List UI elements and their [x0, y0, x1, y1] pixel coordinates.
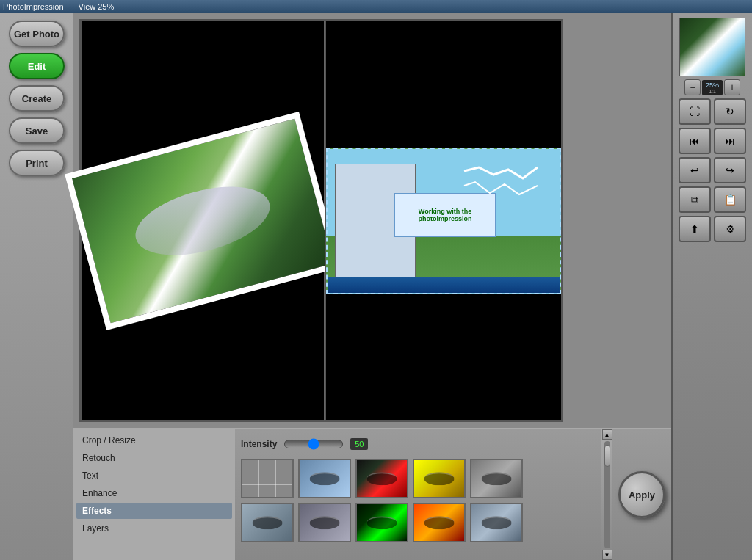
tool-effects[interactable]: Effects	[76, 503, 232, 519]
intensity-label: Intensity	[241, 439, 277, 449]
forest-image	[65, 112, 341, 330]
screenshot-image: Working with the photolmpression	[326, 148, 561, 294]
effect-thumb-10[interactable]	[470, 503, 523, 542]
right-canvas-panel: Working with the photolmpression	[325, 21, 562, 421]
original-image	[82, 140, 324, 302]
print-button[interactable]: Print	[9, 150, 65, 176]
squiggle-svg	[457, 164, 545, 208]
bottom-panel: Crop / Resize Retouch Text Enhance Effec…	[73, 428, 671, 560]
tool-icon-row-5: ⬆ ⚙	[679, 216, 746, 242]
undo-button[interactable]: ↩	[679, 157, 711, 183]
tool-layers[interactable]: Layers	[76, 520, 232, 537]
tool-text[interactable]: Text	[76, 468, 232, 484]
right-panel: − 25% 1:1 + ⛶ ↻ ⏮ ⏭ ↩ ↪ ⧉ 📋 ⬆	[671, 13, 752, 560]
effects-row-2	[241, 503, 595, 542]
zoom-row: − 25% 1:1 +	[684, 79, 740, 95]
save-button[interactable]: Save	[9, 117, 65, 144]
effect-thumb-8[interactable]	[355, 503, 408, 542]
effect-thumb-2[interactable]	[298, 459, 351, 498]
left-sidebar: Get Photo Edit Create Save Print	[0, 13, 73, 560]
effects-panel: Intensity 50	[235, 429, 601, 560]
canvas-outer: Working with the photolmpression	[79, 19, 563, 422]
intensity-value: 50	[350, 438, 368, 450]
app-title: PhotoImpression	[3, 2, 64, 11]
copy-button[interactable]: ⧉	[679, 186, 711, 213]
effects-scrollbar: ▲ ▼	[601, 429, 612, 560]
settings-button[interactable]: ⚙	[714, 216, 746, 242]
zoom-in-button[interactable]: +	[724, 79, 740, 95]
tool-icon-row-1: ⛶ ↻	[679, 98, 746, 125]
redo-button[interactable]: ↪	[714, 157, 746, 183]
title-bar: PhotoImpression View 25%	[0, 0, 752, 13]
effect-thumb-6[interactable]	[241, 503, 294, 542]
effect-thumb-5[interactable]	[470, 459, 523, 498]
effects-row-1	[241, 459, 595, 498]
edit-button[interactable]: Edit	[9, 53, 65, 79]
skip-back-button[interactable]: ⏮	[679, 128, 711, 154]
fit-to-window-button[interactable]: ⛶	[679, 98, 711, 125]
export-button[interactable]: ⬆	[679, 216, 711, 242]
view-label: View 25%	[79, 2, 115, 11]
left-canvas-panel	[81, 21, 325, 421]
refresh-button[interactable]: ↻	[714, 98, 746, 125]
effect-thumb-3[interactable]	[355, 459, 408, 498]
canvas-area: Working with the photolmpression	[73, 13, 671, 428]
browse-button[interactable]: ⏭	[714, 128, 746, 154]
effects-grid	[241, 459, 595, 542]
preview-thumbnail	[679, 18, 745, 76]
tool-crop-resize[interactable]: Crop / Resize	[76, 432, 232, 448]
app-container: Get Photo Edit Create Save Print Working	[0, 13, 752, 560]
tool-enhance[interactable]: Enhance	[76, 485, 232, 501]
intensity-slider[interactable]	[284, 440, 343, 448]
thumb-inner	[680, 18, 745, 76]
effect-thumb-4[interactable]	[413, 459, 466, 498]
tool-icon-row-2: ⏮ ⏭	[679, 128, 746, 154]
effect-thumb-9[interactable]	[413, 503, 466, 542]
zoom-out-button[interactable]: −	[684, 79, 701, 95]
scroll-track	[604, 441, 610, 548]
tool-icon-row-3: ↩ ↪	[679, 157, 746, 183]
get-photo-button[interactable]: Get Photo	[9, 21, 65, 47]
apply-button[interactable]: Apply	[618, 471, 665, 518]
intensity-row: Intensity 50	[241, 435, 595, 453]
taskbar	[328, 277, 560, 293]
tool-retouch[interactable]: Retouch	[76, 450, 232, 466]
scroll-up-arrow[interactable]: ▲	[602, 429, 612, 440]
tool-icon-row-4: ⧉ 📋	[679, 186, 746, 213]
effect-thumb-1[interactable]	[241, 459, 294, 498]
apply-button-container: Apply	[612, 429, 671, 560]
create-button[interactable]: Create	[9, 85, 65, 112]
paste-button[interactable]: 📋	[714, 186, 746, 213]
scroll-down-arrow[interactable]: ▼	[602, 550, 612, 560]
zoom-display: 25% 1:1	[702, 80, 723, 95]
tools-list: Crop / Resize Retouch Text Enhance Effec…	[73, 429, 235, 560]
scroll-thumb[interactable]	[604, 445, 610, 467]
effect-thumb-7[interactable]	[298, 503, 351, 542]
main-content: Working with the photolmpression Crop / …	[73, 13, 671, 560]
